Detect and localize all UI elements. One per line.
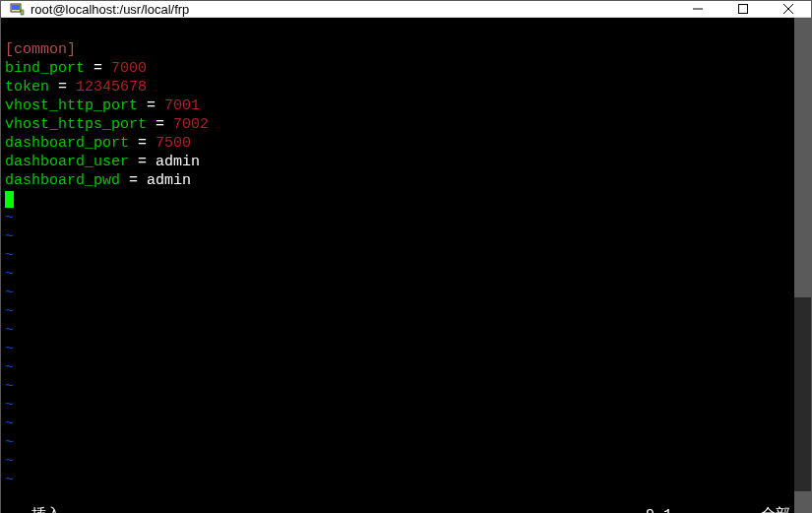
vim-empty-line: ~ xyxy=(5,210,14,226)
window-controls xyxy=(675,1,811,17)
vim-empty-line: ~ xyxy=(5,453,14,470)
scrollbar-thumb[interactable] xyxy=(794,18,811,297)
svg-rect-2 xyxy=(21,10,24,15)
close-button[interactable] xyxy=(766,1,811,17)
svg-rect-1 xyxy=(12,5,20,10)
vim-empty-line: ~ xyxy=(5,416,14,432)
vim-empty-line: ~ xyxy=(5,378,14,395)
config-value: 7002 xyxy=(173,116,209,133)
vim-empty-line: ~ xyxy=(5,397,14,414)
config-key: dashboard_port xyxy=(5,135,129,152)
window-title: root@localhost:/usr/local/frp xyxy=(31,2,675,17)
vim-empty-line: ~ xyxy=(5,341,14,357)
config-value: admin xyxy=(147,172,191,189)
config-value: 7001 xyxy=(164,97,200,114)
text-cursor xyxy=(5,191,14,208)
terminal-content[interactable]: [common] bind_port = 7000 token = 123456… xyxy=(1,18,794,513)
config-value: 12345678 xyxy=(76,79,147,96)
config-value: 7000 xyxy=(111,60,147,77)
vim-empty-line: ~ xyxy=(5,434,14,451)
vim-scroll-percent: 全部 xyxy=(761,506,790,513)
vertical-scrollbar[interactable] xyxy=(794,18,811,513)
vim-empty-line: ~ xyxy=(5,322,14,339)
terminal-body: [common] bind_port = 7000 token = 123456… xyxy=(1,18,811,513)
vim-empty-line: ~ xyxy=(5,472,14,488)
config-key: vhost_https_port xyxy=(5,116,147,133)
config-key: token xyxy=(5,79,49,96)
ini-section: [common] xyxy=(5,41,76,58)
putty-icon xyxy=(9,1,25,17)
vim-status-line: -- 插入 -- 9,1 全部 xyxy=(5,506,790,513)
config-value: 7500 xyxy=(156,135,191,152)
config-value: admin xyxy=(156,154,200,170)
vim-mode: -- 插入 -- xyxy=(5,506,88,513)
vim-empty-line: ~ xyxy=(5,285,14,301)
terminal-window: root@localhost:/usr/local/frp [common] b… xyxy=(0,0,812,513)
config-key: bind_port xyxy=(5,60,85,77)
titlebar[interactable]: root@localhost:/usr/local/frp xyxy=(1,1,811,18)
svg-rect-4 xyxy=(739,5,748,14)
vim-empty-line: ~ xyxy=(5,303,14,320)
maximize-button[interactable] xyxy=(720,1,766,17)
vim-cursor-position: 9,1 xyxy=(646,506,672,513)
vim-empty-line: ~ xyxy=(5,247,14,264)
config-key: vhost_http_port xyxy=(5,97,138,114)
vim-empty-line: ~ xyxy=(5,266,14,283)
vim-empty-line: ~ xyxy=(5,359,14,376)
vim-empty-line: ~ xyxy=(5,228,14,245)
config-key: dashboard_pwd xyxy=(5,172,120,189)
config-key: dashboard_user xyxy=(5,154,129,170)
scrollbar-thumb[interactable] xyxy=(794,491,811,513)
minimize-button[interactable] xyxy=(675,1,720,17)
